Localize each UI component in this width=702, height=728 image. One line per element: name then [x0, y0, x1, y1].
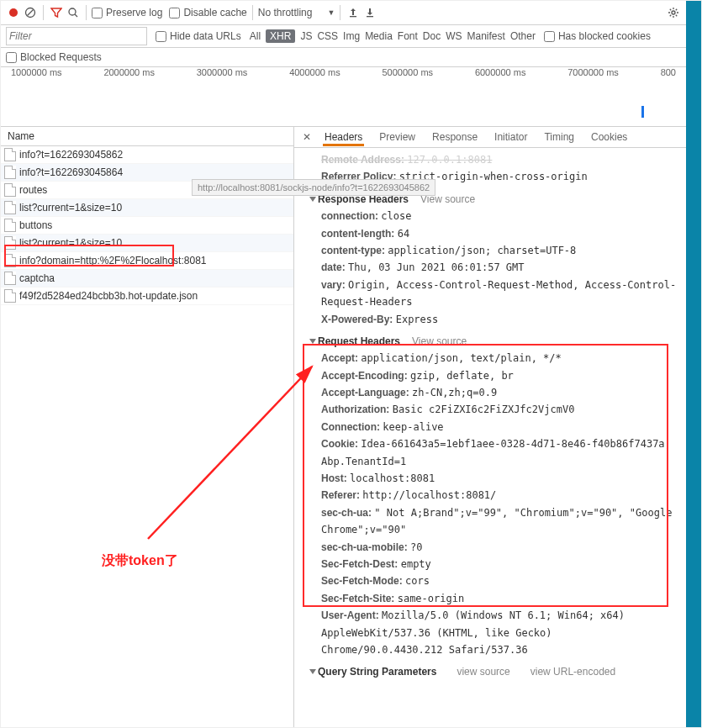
timeline-tick: 3000000 ms [197, 67, 248, 77]
header-value: Idea-661643a5=1ebf1aee-0328-4d71-8e46-f4… [321, 438, 671, 467]
svg-line-15 [676, 9, 677, 10]
filter-type-font[interactable]: Font [398, 30, 418, 42]
request-row[interactable]: f49f2d5284ed24bcbb3b.hot-update.json [1, 288, 293, 305]
header-key: Sec-Fetch-Dest: [321, 558, 401, 570]
header-row: sec-ch-ua: " Not A;Brand";v="99", "Chrom… [321, 504, 678, 539]
request-name: f49f2d5284ed24bcbb3b.hot-update.json [19, 290, 198, 302]
blocked-requests-checkbox[interactable]: Blocked Requests [6, 51, 102, 63]
header-key: Sec-Fetch-Mode: [321, 575, 405, 587]
tab-response[interactable]: Response [432, 131, 478, 143]
download-icon[interactable] [362, 5, 377, 20]
request-name: list?current=1&size=10 [19, 202, 122, 214]
request-name: info?t=1622693045862 [19, 149, 123, 161]
filter-type-all[interactable]: All [250, 30, 261, 42]
filter-icon[interactable] [49, 5, 64, 20]
filter-type-other[interactable]: Other [510, 30, 536, 42]
has-blocked-cookies-checkbox[interactable]: Has blocked cookies [544, 30, 651, 42]
request-row[interactable]: list?current=1&size=10 [1, 235, 293, 252]
header-row: Cookie: Idea-661643a5=1ebf1aee-0328-4d71… [321, 435, 678, 470]
file-icon [4, 148, 16, 161]
header-value: Express [396, 314, 439, 325]
headers-pane[interactable]: Remote Address: 127.0.0.1:8081 Referrer … [294, 148, 686, 727]
filter-type-ws[interactable]: WS [446, 30, 462, 42]
side-bar [686, 1, 701, 727]
header-value: Thu, 03 Jun 2021 06:01:57 GMT [348, 261, 525, 273]
request-row[interactable]: info?t=1622693045862 [1, 146, 293, 164]
tab-headers[interactable]: Headers [325, 131, 362, 143]
request-name: captcha [19, 272, 55, 284]
gear-icon[interactable] [666, 5, 681, 20]
file-icon [4, 254, 16, 267]
filter-type-xhr[interactable]: XHR [266, 29, 295, 43]
header-value: application/json, text/plain, */* [361, 352, 561, 364]
filter-type-manifest[interactable]: Manifest [467, 30, 505, 42]
upload-icon[interactable] [346, 5, 361, 20]
header-key: Accept: [321, 352, 361, 364]
header-key: content-length: [321, 228, 398, 240]
filter-type-css[interactable]: CSS [317, 30, 338, 42]
svg-line-4 [75, 14, 77, 17]
view-url-encoded-link[interactable]: view URL-encoded [530, 663, 615, 680]
header-key: Accept-Encoding: [321, 370, 410, 382]
request-row[interactable]: list?current=1&size=10 [1, 199, 293, 217]
request-row[interactable]: info?domain=http:%2F%2Flocalhost:8081 [1, 252, 293, 270]
header-value: keep-alive [383, 421, 443, 433]
waterfall-bar [641, 106, 644, 118]
timeline-tick: 6000000 ms [475, 67, 526, 77]
header-key: Connection: [321, 421, 383, 433]
header-value: close [381, 210, 411, 222]
remote-address-value: 127.0.0.1:8081 [407, 154, 492, 166]
tab-preview[interactable]: Preview [379, 131, 415, 143]
header-value: Basic c2FiZXI6c2FiZXJfc2VjcmV0 [393, 404, 575, 415]
filter-type-doc[interactable]: Doc [423, 30, 441, 42]
request-row[interactable]: captcha [1, 270, 293, 288]
header-value: http://localhost:8081/ [362, 489, 496, 501]
filter-type-js[interactable]: JS [300, 30, 312, 42]
request-name: buttons [19, 219, 52, 231]
throttling-select[interactable]: No throttling ▼ [258, 7, 335, 18]
filter-type-img[interactable]: Img [343, 30, 360, 42]
header-key: sec-ch-ua-mobile: [321, 541, 410, 553]
network-toolbar: Preserve log Disable cache No throttling… [1, 1, 686, 25]
header-key: sec-ch-ua: [321, 507, 374, 519]
disable-cache-checkbox[interactable]: Disable cache [169, 7, 246, 18]
timeline-overview[interactable]: 1000000 ms2000000 ms3000000 ms4000000 ms… [1, 67, 686, 127]
request-headers-title[interactable]: Request Headers [318, 335, 400, 347]
file-icon [4, 183, 16, 197]
filter-input[interactable] [6, 27, 147, 45]
name-column-header[interactable]: Name [1, 127, 293, 146]
clear-icon[interactable] [23, 5, 38, 20]
hide-data-urls-checkbox[interactable]: Hide data URLs [156, 30, 241, 42]
timeline-tick: 1000000 ms [11, 67, 62, 77]
tab-initiator[interactable]: Initiator [494, 131, 527, 143]
remote-address-label: Remote Address: [321, 154, 404, 166]
blocked-requests-row: Blocked Requests [1, 48, 686, 67]
request-row[interactable]: buttons [1, 217, 293, 235]
header-key: Sec-Fetch-Site: [321, 593, 398, 604]
record-icon[interactable] [6, 5, 21, 20]
close-icon[interactable]: ✕ [301, 131, 313, 143]
svg-point-7 [672, 11, 675, 14]
svg-rect-6 [367, 16, 373, 17]
view-source-link[interactable]: view source [457, 663, 509, 680]
header-row: sec-ch-ua-mobile: ?0 [321, 539, 678, 556]
view-source-link[interactable]: View source [412, 333, 467, 350]
query-params-title[interactable]: Query String Parameters [318, 666, 436, 678]
header-key: connection: [321, 210, 381, 222]
filter-type-media[interactable]: Media [365, 30, 393, 42]
file-icon [4, 201, 16, 214]
header-row: Accept-Language: zh-CN,zh;q=0.9 [321, 384, 678, 401]
header-key: Authorization: [321, 404, 393, 415]
file-icon [4, 219, 16, 232]
header-key: vary: [321, 279, 348, 291]
filter-bar: Hide data URLs AllXHRJSCSSImgMediaFontDo… [1, 25, 686, 48]
header-row: Connection: keep-alive [321, 419, 678, 435]
preserve-log-checkbox[interactable]: Preserve log [92, 7, 162, 18]
search-icon[interactable] [66, 5, 81, 20]
file-icon [4, 166, 16, 179]
tab-cookies[interactable]: Cookies [591, 131, 627, 143]
svg-point-3 [69, 8, 76, 15]
svg-line-13 [676, 15, 677, 16]
timeline-tick: 2000000 ms [103, 67, 155, 77]
tab-timing[interactable]: Timing [544, 131, 574, 143]
